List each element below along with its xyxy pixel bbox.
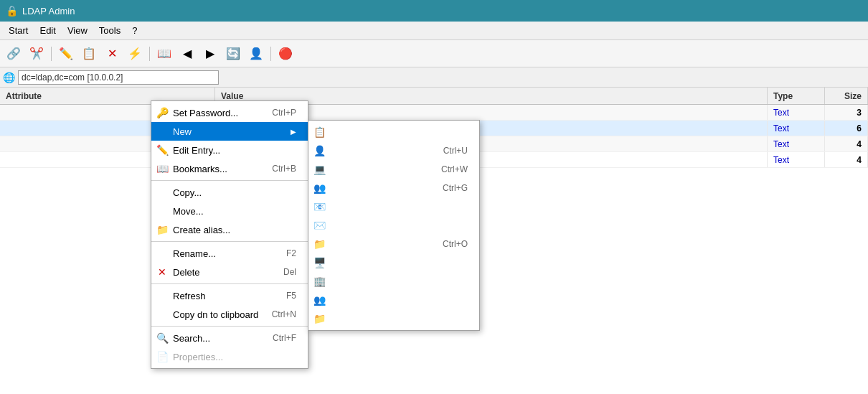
transport-icon: ✉️ [313, 219, 326, 232]
toolbar-back[interactable]: ◀ [176, 44, 198, 64]
group-icon: 👥 [313, 182, 326, 194]
menu-edit[interactable]: Edit [34, 23, 61, 38]
tree-icon: 🌐 [3, 72, 15, 83]
context-menu: 🔑 Set Password... Ctrl+P New ▶ 📋 Entry..… [151, 100, 308, 369]
submenu-org-unit[interactable]: 📁 Organizational unit... Ctrl+O [308, 235, 479, 253]
properties-icon: 📄 [156, 350, 169, 363]
toolbar-copy[interactable]: 📋 [78, 44, 100, 64]
ctx-new[interactable]: New ▶ 📋 Entry... 👤 User... Ctrl+U 💻 [151, 122, 308, 141]
menu-start[interactable]: Start [3, 23, 34, 38]
toolbar-stop[interactable]: 🔴 [275, 44, 296, 64]
ctx-set-password[interactable]: 🔑 Set Password... Ctrl+P [151, 103, 308, 122]
main-content: Attribute Value Type Size bn Text 3 Text… [0, 88, 868, 394]
toolbar-edit[interactable]: ✏️ [55, 44, 77, 64]
separator-3 [151, 283, 308, 284]
key-icon: 🔑 [156, 106, 169, 119]
ctx-copy[interactable]: Copy... [151, 183, 308, 202]
toolbar-refresh[interactable]: 🔄 [222, 44, 244, 64]
locality-icon: 🏢 [313, 275, 326, 288]
submenu-mailing[interactable]: 📧 Mailing list... [308, 197, 479, 216]
ctx-edit-entry[interactable]: ✏️ Edit Entry... [151, 141, 308, 159]
ctx-copy-dn[interactable]: Copy dn to clipboard Ctrl+N [151, 305, 308, 324]
alias-icon: 📁 [313, 312, 326, 325]
toolbar-forward[interactable]: ▶ [199, 44, 221, 64]
toolbar-disconnect[interactable]: ✂️ [26, 44, 47, 64]
ctx-search[interactable]: 🔍 Search... Ctrl+F [151, 329, 308, 347]
toolbar-sep1 [51, 47, 52, 61]
group-unique-icon: 👥 [313, 294, 326, 306]
menu-tools[interactable]: Tools [93, 23, 126, 38]
separator-1 [151, 180, 308, 181]
toolbar-lightning[interactable]: ⚡ [124, 44, 146, 64]
submenu-entry[interactable]: 📋 Entry... [308, 123, 479, 141]
mailing-icon: 📧 [313, 200, 326, 213]
submenu: 📋 Entry... 👤 User... Ctrl+U 💻 Computer..… [308, 120, 480, 331]
submenu-host[interactable]: 🖥️ Host... [308, 253, 479, 272]
entry-icon: 📋 [313, 126, 326, 139]
ctx-delete[interactable]: ✕ Delete Del [151, 263, 308, 281]
toolbar-delete[interactable]: ✕ [101, 44, 123, 64]
menu-view[interactable]: View [62, 23, 93, 38]
menu-bar: Start Edit View Tools ? [0, 22, 868, 40]
computer-icon: 💻 [313, 163, 326, 176]
submenu-alias[interactable]: 📁 Alias... [308, 309, 479, 328]
ctx-create-alias[interactable]: 📁 Create alias... [151, 220, 308, 239]
submenu-group[interactable]: 👥 Group... Ctrl+G [308, 179, 479, 197]
ctx-move[interactable]: Move... [151, 202, 308, 220]
toolbar-book[interactable]: 📖 [154, 44, 175, 64]
toolbar-sep3 [270, 47, 271, 61]
submenu-computer[interactable]: 💻 Computer... Ctrl+W [308, 160, 479, 179]
org-unit-icon: 📁 [313, 238, 326, 250]
toolbar-user[interactable]: 👤 [245, 44, 267, 64]
edit-icon: ✏️ [156, 144, 169, 156]
user-icon: 👤 [313, 144, 326, 157]
menu-help[interactable]: ? [126, 23, 143, 38]
host-icon: 🖥️ [313, 256, 326, 269]
ctx-rename[interactable]: Rename... F2 [151, 244, 308, 263]
search-icon: 🔍 [156, 332, 169, 344]
folder-icon: 📁 [156, 223, 169, 236]
submenu-group-unique[interactable]: 👥 Group of unique names... [308, 291, 479, 309]
separator-4 [151, 326, 308, 327]
address-bar: 🌐 dc=ldap,dc=com [10.0.0.2] [0, 67, 868, 88]
submenu-transport[interactable]: ✉️ Transport table... [308, 216, 479, 235]
ctx-properties[interactable]: 📄 Properties... [151, 347, 308, 366]
toolbar-sep2 [149, 47, 150, 61]
context-menu-overlay: 🔑 Set Password... Ctrl+P New ▶ 📋 Entry..… [0, 88, 868, 394]
title-bar: 🔒 LDAP Admin [0, 0, 868, 22]
toolbar: 🔗 ✂️ ✏️ 📋 ✕ ⚡ 📖 ◀ ▶ 🔄 👤 🔴 [0, 40, 868, 67]
separator-2 [151, 241, 308, 242]
address-input[interactable]: dc=ldap,dc=com [10.0.0.2] [18, 70, 219, 85]
bookmarks-icon: 📖 [156, 162, 169, 175]
app-title: LDAP Admin [22, 6, 75, 17]
ctx-refresh[interactable]: Refresh F5 [151, 286, 308, 305]
ctx-bookmarks[interactable]: 📖 Bookmarks... Ctrl+B [151, 159, 308, 178]
delete-icon: ✕ [156, 266, 169, 278]
submenu-user[interactable]: 👤 User... Ctrl+U [308, 141, 479, 160]
toolbar-connect[interactable]: 🔗 [3, 44, 24, 64]
app-icon: 🔒 [6, 5, 18, 17]
submenu-locality[interactable]: 🏢 Locality... [308, 272, 479, 291]
